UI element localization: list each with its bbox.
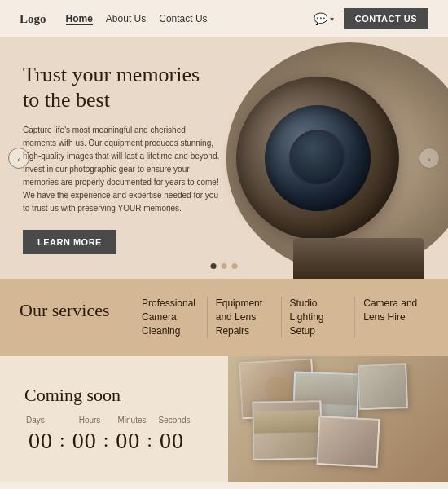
- hero-content: Trust your memories to the best Capture …: [0, 37, 244, 279]
- header: Logo Home About Us Contact Us 💬 ▾ CONTAC…: [0, 0, 448, 37]
- sep-1: :: [59, 430, 66, 452]
- services-section: Our services Professional Camera Cleanin…: [0, 279, 448, 355]
- coming-soon-section: Coming soon Days Hours Minutes Seconds 0…: [0, 356, 448, 482]
- lens-outer: [236, 77, 399, 240]
- learn-more-button[interactable]: LEARN MORE: [23, 230, 116, 254]
- seconds-label: Seconds: [153, 416, 195, 425]
- minutes-label: Minutes: [111, 416, 153, 425]
- photo-collage: [228, 356, 448, 482]
- header-right: 💬 ▾ CONTACT US: [314, 8, 428, 29]
- hero-description: Capture life's most meaningful and cheri…: [23, 124, 220, 215]
- countdown-values: 00 : 00 : 00 : 00: [24, 428, 204, 454]
- coming-soon-left: Coming soon Days Hours Minutes Seconds 0…: [0, 356, 228, 482]
- sep-3: :: [147, 430, 153, 452]
- contact-button[interactable]: CONTACT US: [344, 8, 428, 29]
- photo-4: [316, 416, 380, 468]
- lens-inner: [265, 105, 371, 211]
- photo-3: [252, 400, 322, 460]
- coming-soon-title: Coming soon: [24, 385, 204, 406]
- hero-dot-3[interactable]: [232, 263, 238, 269]
- header-left: Logo Home About Us Contact Us: [20, 12, 208, 26]
- hero-dots: [211, 263, 238, 269]
- hero-next-button[interactable]: ›: [419, 148, 440, 169]
- hours-label: Hours: [68, 416, 111, 425]
- sep-2: :: [103, 430, 110, 452]
- countdown-labels: Days Hours Minutes Seconds: [24, 416, 204, 425]
- hero-title: Trust your memories to the best: [23, 62, 220, 112]
- days-value: 00: [24, 428, 57, 454]
- hero-dot-2[interactable]: [222, 263, 227, 269]
- hero-lens-image: [236, 77, 399, 240]
- hero-section: ‹ Trust your memories to the best Captur…: [0, 37, 448, 279]
- nav-about[interactable]: About Us: [106, 13, 146, 25]
- service-item-4: Camera and Lens Hire: [354, 297, 428, 337]
- days-label: Days: [26, 416, 68, 425]
- services-title: Our services: [20, 297, 134, 321]
- service-item-3: Studio Lighting Setup: [281, 297, 355, 337]
- nav-contact[interactable]: Contact Us: [159, 13, 207, 25]
- coming-soon-right: [228, 356, 448, 482]
- nav: Home About Us Contact Us: [66, 13, 208, 25]
- hero-dot-1[interactable]: [211, 263, 217, 269]
- hero-prev-button[interactable]: ‹: [8, 148, 29, 169]
- photo-5: [358, 363, 408, 410]
- featured-section: Featured Items: [0, 482, 448, 489]
- chat-icon[interactable]: 💬 ▾: [314, 12, 334, 26]
- seconds-value: 00: [156, 428, 188, 454]
- camera-body: [293, 238, 424, 279]
- chat-dropdown-icon: ▾: [330, 15, 334, 24]
- logo: Logo: [20, 12, 46, 26]
- minutes-value: 00: [112, 428, 144, 454]
- chat-bubble-icon: 💬: [314, 12, 327, 26]
- service-item-1: Professional Camera Cleaning: [134, 297, 207, 337]
- service-item-2: Equipment and Lens Repairs: [207, 297, 281, 337]
- hours-value: 00: [68, 428, 101, 454]
- lens-core: [289, 130, 346, 187]
- nav-home[interactable]: Home: [66, 13, 93, 25]
- services-list: Professional Camera Cleaning Equipment a…: [134, 297, 428, 337]
